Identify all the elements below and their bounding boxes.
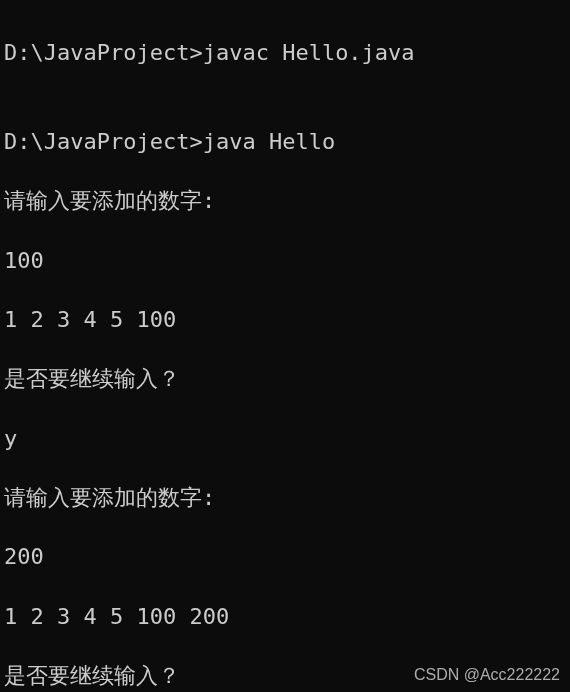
terminal-line: D:\JavaProject>java Hello — [4, 127, 566, 157]
terminal-line: D:\JavaProject>javac Hello.java — [4, 38, 566, 68]
terminal-line: 200 — [4, 542, 566, 572]
terminal-line: 请输入要添加的数字: — [4, 483, 566, 513]
terminal-line: 100 — [4, 246, 566, 276]
terminal-output[interactable]: D:\JavaProject>javac Hello.java D:\JavaP… — [4, 8, 566, 692]
terminal-line: y — [4, 424, 566, 454]
terminal-line: 1 2 3 4 5 100 — [4, 305, 566, 335]
terminal-line: 是否要继续输入？ — [4, 364, 566, 394]
terminal-line: 请输入要添加的数字: — [4, 186, 566, 216]
terminal-line: 1 2 3 4 5 100 200 — [4, 602, 566, 632]
watermark-text: CSDN @Acc222222 — [414, 664, 560, 686]
